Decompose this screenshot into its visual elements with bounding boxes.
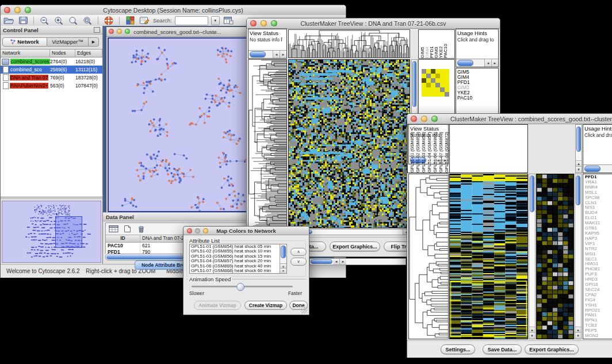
scroll-down-icon[interactable]: ▼ (575, 332, 581, 339)
zoom-out-button[interactable] (39, 16, 50, 25)
scroll-down-icon[interactable]: ▼ (280, 268, 286, 273)
zoom-window-icon[interactable] (125, 29, 130, 34)
matrix-cell (431, 92, 435, 97)
new-attribute-icon[interactable] (121, 224, 133, 234)
usage-hints-panel: Usage Hints Click and drag to ◄► (583, 124, 612, 173)
close-icon[interactable] (187, 228, 192, 233)
animation-speed-slider[interactable] (192, 286, 293, 288)
save-session-button[interactable] (17, 16, 29, 25)
close-icon[interactable] (411, 116, 417, 122)
view-status-scrollbar[interactable]: ◄► (248, 50, 286, 58)
column-label: GPL51-03 (GSM856) (421, 125, 427, 173)
attribute-browser-icon[interactable] (223, 16, 234, 25)
close-icon[interactable] (250, 20, 257, 26)
resize-grip[interactable] (301, 306, 308, 313)
network-list-item[interactable]: combined_scores2764(0)16218(0) (1, 58, 102, 66)
network-canvas[interactable] (108, 37, 247, 212)
tab-vizmapper[interactable]: VizMapper™ (47, 37, 89, 47)
tab-network[interactable]: Network (2, 37, 47, 47)
zoom-fit-button[interactable] (67, 16, 79, 25)
attribute-item[interactable]: GPL51-07 (GSM868) heat shock 60 min (190, 269, 286, 273)
open-session-button[interactable] (3, 16, 14, 25)
main-titlebar[interactable]: Cytoscape Desktop (Session Name: collins… (1, 5, 346, 16)
control-panel: Control Panel Network VizMapper™ ▶ Netwo… (1, 26, 103, 264)
matrix-cell (426, 74, 431, 78)
heatmap-canvas[interactable] (288, 59, 410, 228)
scroll-down-icon[interactable]: ▼ (529, 332, 535, 339)
export-graphics-button[interactable]: Export Graphics... (330, 242, 380, 251)
minimize-icon[interactable] (421, 116, 427, 122)
float-panel-icon[interactable] (94, 27, 100, 33)
minimize-icon[interactable] (195, 228, 200, 233)
close-icon[interactable] (109, 29, 114, 34)
delete-attribute-icon[interactable] (135, 224, 147, 234)
scroll-right-icon[interactable]: ► (339, 259, 346, 265)
column-label: PAC10 (443, 30, 447, 58)
usage-hints-scrollbar[interactable]: ◄► (456, 59, 498, 67)
control-panel-tabs: Network VizMapper™ ▶ (1, 35, 102, 49)
settings-button[interactable]: Settings... (441, 344, 475, 354)
annotation-icon[interactable] (139, 16, 150, 25)
attribute-list-scrollbar[interactable]: ▲ ▼ (280, 244, 286, 273)
heatmap-canvas[interactable] (449, 174, 528, 339)
network-list-item[interactable]: DNA and Tran 07769(0)183728(0) (1, 74, 102, 82)
zoom-heatmap-canvas[interactable] (536, 174, 574, 339)
row-dendrogram-canvas[interactable] (248, 59, 287, 228)
zoom-heatmap-vscrollbar[interactable]: ▲ ▼ (575, 174, 582, 339)
save-data-button[interactable]: Save Data... (483, 344, 522, 354)
scroll-right-icon[interactable]: ► (491, 59, 498, 67)
help-icon[interactable] (103, 16, 114, 25)
birdseye-view[interactable] (2, 201, 101, 263)
column-labels: GIM5GIM4PFD1GIM3YKE2PAC10 (418, 29, 455, 59)
window-controls (4, 7, 31, 13)
export-graphics-button[interactable]: Export Graphics... (525, 344, 579, 354)
column-label: YKE2 (438, 30, 443, 58)
control-panel-title: Control Panel (3, 27, 39, 33)
gene-list-item[interactable]: MON2 (585, 334, 612, 339)
status-welcome: Welcome to Cytoscape 2.6.2 (6, 268, 80, 274)
minimize-icon[interactable] (261, 20, 267, 26)
column-label: GPL51-04 (GSM857) (427, 125, 433, 173)
scroll-left-icon[interactable]: ◄ (484, 59, 491, 67)
matrix-cell (431, 83, 435, 87)
zoom-window-icon[interactable] (271, 20, 277, 26)
minimize-icon[interactable] (14, 7, 21, 13)
move-up-button[interactable]: ∧ (290, 248, 307, 256)
tab-overflow-button[interactable]: ▶ (89, 37, 99, 47)
matrix-cell (426, 78, 431, 83)
scroll-right-icon[interactable]: ► (280, 51, 286, 58)
create-vizmap-button[interactable]: Create Vizmap (244, 301, 287, 310)
zoom-in-button[interactable] (53, 16, 64, 25)
matrix-cell (440, 78, 445, 83)
network-name: DNA and Tran 07 (10, 75, 48, 81)
attribute-select-icon[interactable] (108, 224, 119, 234)
scroll-down-icon[interactable]: ▼ (576, 166, 582, 173)
heatmap-vscrollbar[interactable]: ▲ ▼ (529, 174, 536, 339)
matrix-cell (440, 87, 445, 92)
scroll-left-icon[interactable]: ◄ (273, 51, 280, 58)
matrix-cell (445, 78, 449, 83)
plugin-grid-icon[interactable] (124, 16, 136, 25)
minimize-icon[interactable] (117, 29, 122, 34)
panel-splitter[interactable] (1, 197, 102, 199)
row-dendrogram-canvas[interactable] (408, 174, 449, 339)
search-dropdown-icon[interactable]: ▼ (211, 16, 220, 25)
column-label: GPL51-08 (GSM872) (444, 125, 450, 173)
zoom-window-icon[interactable] (25, 7, 31, 13)
zoom-window-icon[interactable] (203, 228, 208, 233)
column-dendrogram-canvas[interactable] (288, 29, 410, 58)
search-input[interactable] (175, 16, 208, 25)
network-list-item[interactable]: RNAPuberNov2+563(0)107847(0) (1, 82, 102, 90)
birdseye-canvas[interactable] (2, 201, 100, 261)
zoom-selected-button[interactable] (82, 16, 93, 25)
usage-hints-scrollbar[interactable]: ◄► (583, 164, 612, 173)
move-down-button[interactable]: ∨ (290, 258, 307, 266)
column-labels-scrollbar[interactable]: ▲ ▼ (575, 124, 582, 173)
zoom-window-icon[interactable] (431, 116, 438, 122)
network-list-item[interactable]: combined_sco2569(6)13112(15) (1, 66, 102, 74)
close-icon[interactable] (4, 7, 10, 13)
global-hscrollbar[interactable]: ◄ ► (309, 258, 406, 265)
animate-vizmap-button[interactable]: Animate Vizmap (194, 301, 241, 310)
matrix-cell (435, 92, 440, 97)
usage-hints-panel: Usage Hints Click and drag to ◄► (456, 29, 499, 67)
